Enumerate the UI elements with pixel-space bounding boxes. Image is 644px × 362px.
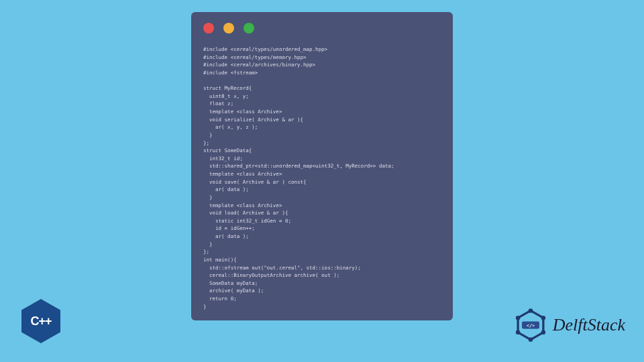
svg-point-4 xyxy=(528,337,532,341)
svg-text:</>: </> xyxy=(526,322,535,328)
code-window: #include <cereal/types/unordered_map.hpp… xyxy=(191,12,453,320)
brand: </> DelftStack xyxy=(513,307,625,343)
traffic-lights xyxy=(203,23,441,34)
svg-point-5 xyxy=(516,330,520,335)
delftstack-logo-icon: </> xyxy=(513,307,549,343)
brand-name: DelftStack xyxy=(553,315,625,335)
svg-point-3 xyxy=(541,330,545,335)
svg-point-1 xyxy=(528,308,532,312)
svg-point-2 xyxy=(541,316,545,320)
cpp-label: C++ xyxy=(30,314,51,328)
code-block: #include <cereal/types/unordered_map.hpp… xyxy=(203,46,441,310)
close-icon xyxy=(203,23,214,34)
svg-point-6 xyxy=(516,316,520,320)
cpp-hexagon-icon: C++ xyxy=(21,299,60,343)
cpp-badge: C++ xyxy=(21,299,60,343)
maximize-icon xyxy=(244,23,254,34)
minimize-icon xyxy=(223,23,234,34)
